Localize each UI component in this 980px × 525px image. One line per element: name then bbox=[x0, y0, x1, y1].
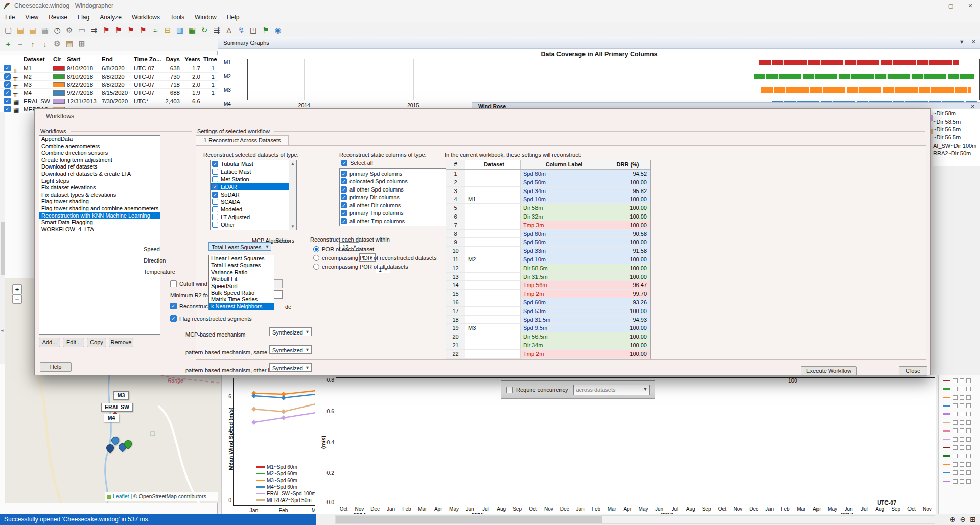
column-checkbox-3[interactable] bbox=[966, 437, 971, 442]
toolbar-icon[interactable]: ▥ bbox=[174, 26, 186, 35]
mcp-dropdown-option[interactable]: Variance Ratio bbox=[209, 269, 274, 276]
toolbar-icon[interactable]: ⚑ bbox=[137, 26, 149, 35]
type-item[interactable]: ✓ SoDAR bbox=[211, 190, 289, 198]
mechanism-select[interactable]: Synthesized▼ bbox=[269, 327, 312, 336]
column-checkbox-3[interactable] bbox=[966, 479, 971, 484]
type-item[interactable]: Lattice Mast bbox=[211, 168, 289, 176]
types-scrollbar[interactable]: ▲▼ bbox=[289, 160, 296, 230]
column-checkbox-2[interactable] bbox=[960, 462, 964, 467]
dataset-toolbar-icon[interactable]: − bbox=[14, 40, 27, 49]
toolbar-icon[interactable]: ▤ bbox=[27, 26, 39, 35]
type-item[interactable]: Modeled bbox=[211, 206, 289, 213]
toolbar-icon[interactable]: ▤ bbox=[14, 26, 27, 35]
toolbar-icon[interactable]: ⚙ bbox=[63, 26, 76, 35]
menu-item[interactable]: Flag bbox=[73, 12, 95, 22]
help-button[interactable]: Help bbox=[40, 362, 72, 372]
col-start[interactable]: Start bbox=[67, 56, 80, 62]
toolbar-icon[interactable]: ◷ bbox=[51, 26, 63, 35]
mcp-dropdown-option[interactable]: Weibull Fit bbox=[209, 276, 274, 282]
toolbar-icon[interactable]: ⚑ bbox=[260, 26, 272, 35]
workflow-list-item[interactable]: Fix dataset elevations bbox=[39, 184, 160, 192]
toolbar-icon[interactable]: ⇉ bbox=[88, 26, 100, 35]
column-checkbox-1[interactable] bbox=[953, 462, 958, 467]
dataset-toolbar-icon[interactable]: + bbox=[2, 40, 14, 49]
column-checkbox-1[interactable] bbox=[953, 387, 958, 391]
column-checkbox-2[interactable] bbox=[960, 387, 964, 391]
workflow-list-item[interactable]: Flag tower shading bbox=[39, 198, 160, 205]
dataset-row[interactable]: ✓ ▦ ERAI_SW 12/31/2013 7/30/2020 UTC* 2,… bbox=[0, 97, 218, 105]
menu-item[interactable]: View bbox=[20, 12, 43, 22]
mcp-dropdown-option[interactable]: Linear Least Squares bbox=[209, 255, 274, 262]
dataset-checkbox[interactable]: ✓ bbox=[4, 89, 11, 96]
toolbar-icon[interactable]: ⊟ bbox=[161, 26, 174, 35]
column-checkbox-2[interactable] bbox=[960, 403, 964, 408]
close-panel-icon[interactable]: ✕ bbox=[971, 39, 976, 45]
mechanism-select[interactable]: Synthesized▼ bbox=[269, 345, 312, 354]
column-checkbox-1[interactable] bbox=[953, 412, 958, 416]
map-site-label[interactable]: M3 bbox=[113, 391, 129, 400]
dataset-checkbox[interactable]: ✓ bbox=[4, 98, 11, 104]
mcp-dropdown-option[interactable]: Matrix Time Series bbox=[209, 296, 274, 303]
toolbar-icon[interactable]: ▦ bbox=[39, 26, 51, 35]
workflow-list-item[interactable]: Download ref datasets bbox=[39, 163, 160, 171]
workflow-list-item[interactable]: Create long term adjustment bbox=[39, 157, 160, 164]
column-checkbox-2[interactable] bbox=[960, 437, 964, 442]
fit-view-icon[interactable]: ⊞ bbox=[970, 515, 976, 523]
col-clr[interactable]: Clr bbox=[53, 56, 61, 62]
mechanism-select[interactable]: Synthesized▼ bbox=[269, 363, 312, 372]
close-button[interactable]: ✕ bbox=[961, 0, 980, 11]
within-radio-option[interactable]: POR of each dataset bbox=[313, 245, 436, 253]
horizontal-scrollbar[interactable] bbox=[335, 515, 935, 524]
type-item[interactable]: LT Adjusted bbox=[211, 213, 289, 221]
toolbar-icon[interactable]: ∆ bbox=[223, 26, 235, 35]
dataset-checkbox[interactable]: ✓ bbox=[4, 65, 11, 71]
maximize-button[interactable]: ▢ bbox=[941, 0, 961, 11]
menu-item[interactable]: Window bbox=[190, 12, 222, 22]
column-checkbox-2[interactable] bbox=[960, 454, 964, 458]
column-checkbox-2[interactable] bbox=[960, 470, 964, 475]
dataset-row[interactable]: ✓ ╥ M4 9/27/2018 8/15/2020 UTC-07 688 1.… bbox=[0, 89, 218, 97]
static-col-item[interactable]: ✓ primary Dir columns bbox=[340, 194, 450, 202]
column-checkbox-2[interactable] bbox=[960, 395, 964, 400]
horizontal-scrollbar-thumb[interactable] bbox=[336, 516, 602, 523]
dataset-toolbar-icon[interactable]: ⊞ bbox=[76, 39, 88, 49]
map-site-label[interactable]: M4 bbox=[104, 414, 119, 422]
edit-workflow-button[interactable]: Edit... bbox=[63, 338, 84, 347]
workflow-list-item[interactable]: Combine direction sensors bbox=[39, 150, 160, 157]
type-item[interactable]: SCADA bbox=[211, 198, 289, 206]
column-checkbox-1[interactable] bbox=[953, 378, 958, 383]
dataset-row[interactable]: ✓ ╥ M2 8/10/2018 8/8/2020 UTC-07 730 2.0… bbox=[0, 73, 218, 81]
across-datasets-select[interactable]: across datasets▼ bbox=[573, 385, 650, 395]
col-dataset[interactable]: Dataset bbox=[24, 56, 45, 62]
col-end[interactable]: End bbox=[102, 56, 113, 62]
workflow-list-item[interactable]: Download ref datasets & create LTA bbox=[39, 171, 160, 178]
dataset-color-swatch[interactable] bbox=[53, 90, 65, 96]
add-workflow-button[interactable]: Add... bbox=[39, 338, 60, 347]
left-scrollbar-thumb[interactable] bbox=[1, 222, 5, 275]
column-checkbox-2[interactable] bbox=[960, 378, 964, 383]
map-zoom-out-button[interactable]: − bbox=[12, 294, 22, 304]
map-zoom-in-button[interactable]: + bbox=[12, 284, 22, 294]
type-item[interactable]: Other bbox=[211, 221, 289, 228]
col-time[interactable]: Time bbox=[203, 56, 217, 62]
remove-workflow-button[interactable]: Remove bbox=[109, 338, 133, 347]
workflow-list-item[interactable]: Combine anemometers bbox=[39, 143, 160, 150]
static-col-item[interactable]: ✓ colocated Spd columns bbox=[340, 178, 450, 186]
column-checkbox-3[interactable] bbox=[966, 412, 971, 416]
leaflet-link[interactable]: Leaflet bbox=[113, 493, 129, 499]
column-checkbox-3[interactable] bbox=[966, 420, 971, 425]
minimize-button[interactable]: ─ bbox=[922, 0, 941, 11]
type-item[interactable]: ✓ LiDAR bbox=[211, 183, 289, 190]
menu-item[interactable]: Workflows bbox=[127, 12, 165, 22]
toolbar-icon[interactable]: ⚑ bbox=[112, 26, 125, 35]
toolbar-icon[interactable]: ≈ bbox=[149, 26, 161, 35]
workflow-list-item[interactable]: Reconstruction with KNN Machine Learning bbox=[39, 212, 160, 220]
map-site-label[interactable]: ERAI_SW bbox=[101, 403, 133, 412]
static-col-item[interactable]: ✓ all other Tmp columns bbox=[340, 217, 450, 225]
col-timezone[interactable]: Time Zo... bbox=[134, 56, 161, 62]
column-checkbox-3[interactable] bbox=[966, 378, 971, 383]
dataset-color-swatch[interactable] bbox=[53, 74, 65, 79]
column-checkbox-2[interactable] bbox=[960, 412, 964, 416]
menu-item[interactable]: Revise bbox=[43, 12, 73, 22]
column-checkbox-3[interactable] bbox=[966, 395, 971, 400]
